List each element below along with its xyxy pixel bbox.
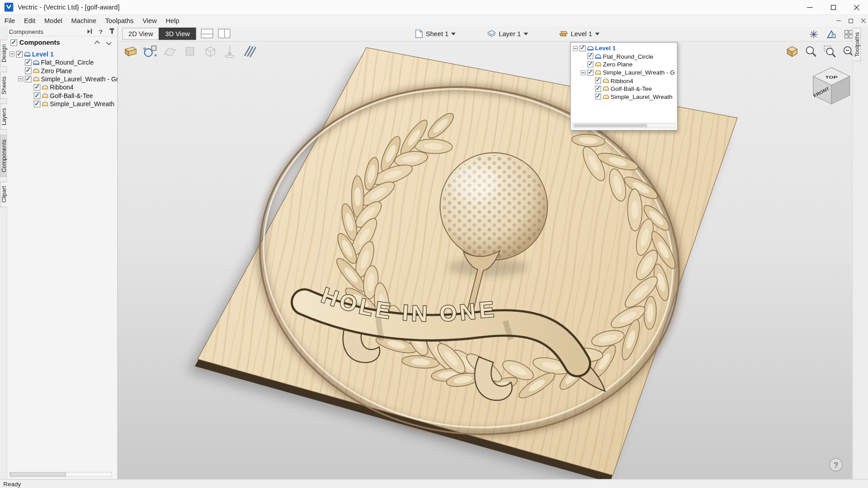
visibility-checkbox[interactable] — [595, 86, 601, 92]
collapse-icon[interactable] — [580, 70, 585, 75]
menu-edit[interactable]: Edit — [19, 16, 40, 26]
visibility-checkbox[interactable] — [580, 45, 585, 51]
maximize-button[interactable] — [821, 0, 844, 14]
tab-components[interactable]: Components — [0, 135, 7, 177]
tree-row-wreath-group[interactable]: Simple_Laurel_Wreath - G — [572, 69, 676, 77]
visibility-checkbox[interactable] — [16, 51, 23, 57]
move-down-icon[interactable] — [106, 40, 112, 46]
panel-title: Components — [9, 28, 43, 35]
visibility-checkbox[interactable] — [595, 78, 601, 84]
group-icon — [33, 77, 39, 81]
split-horizontal-icon[interactable] — [201, 29, 213, 38]
3d-viewport[interactable]: HOLE IN ONE — [118, 41, 853, 479]
texture-button[interactable] — [242, 44, 257, 59]
collapse-icon[interactable] — [9, 52, 14, 56]
split-vertical-icon[interactable] — [218, 29, 230, 38]
menu-machine[interactable]: Machine — [67, 16, 101, 26]
scrollbar-thumb[interactable] — [10, 473, 66, 477]
select-component-button[interactable] — [142, 44, 158, 59]
component-icon — [603, 86, 609, 91]
visibility-checkbox[interactable] — [587, 61, 593, 67]
snap-toggle-button[interactable] — [807, 28, 820, 40]
tree-row-wreath-group[interactable]: Simple_Laurel_Wreath - Gro — [7, 75, 118, 83]
panel-horizontal-scrollbar[interactable] — [9, 472, 112, 477]
visibility-checkbox[interactable] — [587, 53, 593, 59]
menu-toolpaths[interactable]: Toolpaths — [101, 16, 138, 26]
tab-layers[interactable]: Layers — [0, 103, 7, 130]
solid-cube-icon — [786, 45, 799, 58]
visibility-checkbox[interactable] — [595, 94, 601, 99]
visibility-checkbox[interactable] — [587, 70, 593, 75]
guides-toggle-button[interactable] — [825, 28, 838, 40]
material-block-button[interactable] — [123, 44, 138, 59]
doc-close-icon[interactable] — [861, 18, 866, 23]
view-cube[interactable]: TOP FRONT — [809, 64, 853, 108]
tab-clipart[interactable]: Clipart — [0, 182, 7, 207]
tree-row-flat-round-circle[interactable]: Flat_Round_Circle — [7, 58, 118, 66]
tab-2d-view[interactable]: 2D View — [123, 28, 159, 40]
doc-restore-icon[interactable] — [849, 19, 853, 23]
tree-row-simple-laurel-wreath[interactable]: Simple_Laurel_Wreath — [7, 99, 118, 108]
menu-view[interactable]: View — [138, 16, 161, 26]
document-window-controls — [836, 18, 866, 23]
snap-icon — [809, 29, 819, 39]
visibility-checkbox[interactable] — [25, 59, 32, 66]
components-panel: Components Components Level 1 — [7, 27, 118, 479]
zoom-out-button[interactable] — [841, 44, 853, 59]
pin-icon[interactable] — [111, 29, 113, 34]
tree-row-level1[interactable]: Level 1 — [572, 44, 676, 52]
visibility-checkbox[interactable] — [25, 67, 32, 74]
sheet-selector[interactable]: Sheet 1 — [415, 28, 456, 39]
tab-toolpaths[interactable]: Toolpaths — [854, 28, 861, 61]
root-visibility-checkbox[interactable] — [10, 39, 17, 46]
move-up-icon[interactable] — [94, 40, 100, 46]
panel-help-icon[interactable] — [97, 28, 104, 35]
tree-item-label: Zero Plane — [41, 67, 72, 74]
close-button[interactable] — [845, 0, 868, 14]
tree-item-label: Simple_Laurel_Wreath — [50, 100, 114, 107]
layer-label: Layer 1 — [499, 30, 521, 38]
autohide-icon[interactable] — [86, 28, 94, 35]
visibility-checkbox[interactable] — [34, 100, 41, 107]
menu-model[interactable]: Model — [40, 16, 67, 26]
square-icon — [184, 45, 196, 57]
zoom-in-button[interactable] — [803, 44, 819, 59]
tree-row-zero-plane[interactable]: Zero Plane — [572, 61, 676, 69]
zoom-out-icon — [842, 45, 852, 58]
menu-help[interactable]: Help — [161, 16, 184, 26]
tree-row-flat-round-circle[interactable]: Flat_Round_Circle — [572, 52, 676, 61]
tree-row-ribbon4[interactable]: Ribbon4 — [7, 83, 118, 91]
components-root-row[interactable]: Components — [7, 37, 118, 49]
tree-item-label: Golf-Ball-&-Tee — [611, 85, 652, 92]
select-component-icon — [143, 45, 157, 58]
tree-row-simple-laurel-wreath[interactable]: Simple_Laurel_Wreath — [572, 93, 676, 101]
zoom-window-button[interactable] — [822, 44, 837, 59]
tree-row-level1[interactable]: Level 1 — [7, 50, 118, 58]
tree-row-golf-ball-tee[interactable]: Golf-Ball-&-Tee — [7, 91, 118, 99]
tree-row-ribbon4[interactable]: Ribbon4 — [572, 76, 676, 84]
maximize-icon — [830, 5, 835, 9]
tree-row-zero-plane[interactable]: Zero Plane — [7, 66, 118, 75]
level-selector[interactable]: Level 1 — [559, 28, 599, 39]
component-icon — [595, 62, 601, 67]
doc-minimize-icon[interactable] — [836, 20, 841, 21]
shaded-view-button[interactable] — [784, 44, 800, 59]
minimize-button[interactable] — [798, 0, 821, 14]
tree-item-label: Level 1 — [595, 45, 616, 52]
tab-3d-view[interactable]: 3D View — [159, 28, 196, 40]
help-button[interactable]: ? — [829, 458, 842, 471]
menu-file[interactable]: File — [0, 16, 19, 26]
layer-selector[interactable]: Layer 1 — [487, 28, 528, 39]
visibility-checkbox[interactable] — [25, 75, 32, 82]
popup-horizontal-scrollbar[interactable] — [572, 123, 675, 128]
tree-row-golf-ball-tee[interactable]: Golf-Ball-&-Tee — [572, 84, 676, 93]
tab-design[interactable]: Design — [0, 40, 7, 67]
scrollbar-thumb[interactable] — [574, 124, 647, 127]
collapse-icon[interactable] — [18, 76, 23, 81]
visibility-checkbox[interactable] — [34, 92, 41, 99]
sheet-icon — [415, 29, 423, 38]
tree-item-label: Simple_Laurel_Wreath - G — [603, 69, 675, 76]
collapse-icon[interactable] — [573, 46, 578, 51]
tab-sheets[interactable]: Sheets — [0, 72, 7, 99]
visibility-checkbox[interactable] — [34, 84, 41, 91]
